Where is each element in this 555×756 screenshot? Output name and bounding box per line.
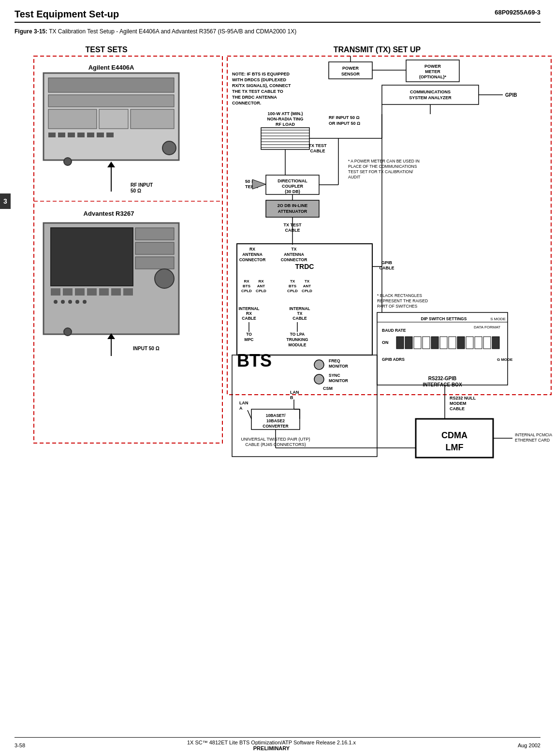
svg-text:METER: METER bbox=[425, 69, 440, 74]
svg-text:ANTENNA: ANTENNA bbox=[242, 252, 263, 257]
svg-text:RX: RX bbox=[246, 311, 252, 316]
svg-rect-8 bbox=[68, 133, 75, 137]
svg-rect-25 bbox=[111, 288, 121, 296]
svg-text:CONNECTOR.: CONNECTOR. bbox=[232, 101, 261, 105]
note-text-line1: NOTE: IF BTS IS EQUIPPED bbox=[232, 72, 290, 76]
svg-point-30 bbox=[68, 300, 72, 304]
svg-text:(OPTIONAL)*: (OPTIONAL)* bbox=[419, 74, 446, 79]
svg-rect-22 bbox=[75, 288, 85, 296]
svg-text:RF LOAD: RF LOAD bbox=[276, 122, 295, 127]
svg-text:PART OF SWITCHES: PART OF SWITCHES bbox=[377, 304, 417, 309]
svg-text:RX: RX bbox=[258, 279, 264, 283]
svg-rect-152 bbox=[414, 337, 421, 349]
footer-product: 1X SC™ 4812ET Lite BTS Optimization/ATP … bbox=[25, 740, 518, 745]
input-50-label: INPUT 50 Ω bbox=[133, 346, 160, 351]
black-rect-note-1: * BLACK RECTANGLES bbox=[377, 293, 422, 298]
svg-text:ATTENUATOR: ATTENUATOR bbox=[278, 209, 307, 214]
svg-text:SENSOR: SENSOR bbox=[341, 72, 360, 76]
svg-text:RF INPUT 50 Ω: RF INPUT 50 Ω bbox=[329, 115, 360, 120]
svg-text:MONITOR: MONITOR bbox=[329, 364, 348, 369]
test-sets-label: TEST SETS bbox=[85, 45, 127, 54]
svg-marker-72 bbox=[252, 179, 266, 189]
svg-text:LAN: LAN bbox=[239, 400, 248, 405]
svg-rect-21 bbox=[63, 288, 73, 296]
svg-point-31 bbox=[75, 300, 79, 304]
svg-point-28 bbox=[54, 300, 58, 304]
svg-text:BTS: BTS bbox=[243, 284, 251, 288]
svg-text:TEST SET FOR TX CALIBRATION/: TEST SET FOR TX CALIBRATION/ bbox=[348, 169, 413, 174]
svg-rect-158 bbox=[466, 337, 473, 349]
svg-text:TX TEST: TX TEST bbox=[308, 143, 327, 148]
rf-input-label: RF INPUT bbox=[131, 182, 153, 188]
svg-rect-0 bbox=[48, 78, 174, 92]
svg-line-131 bbox=[248, 410, 251, 419]
svg-point-5 bbox=[162, 141, 176, 155]
svg-text:S MODE: S MODE bbox=[490, 317, 506, 321]
svg-text:SYSTEM ANALYZER: SYSTEM ANALYZER bbox=[409, 95, 452, 100]
page-footer: 3-58 1X SC™ 4812ET Lite BTS Optimization… bbox=[15, 737, 540, 751]
figure-label: Figure 3-15: bbox=[15, 28, 47, 35]
svg-text:100-W ATT (MIN.): 100-W ATT (MIN.) bbox=[268, 111, 303, 116]
svg-rect-3 bbox=[99, 109, 128, 129]
svg-text:LAN: LAN bbox=[290, 390, 299, 395]
svg-text:PLACE OF THE COMMUNICATIONS: PLACE OF THE COMMUNICATIONS bbox=[348, 164, 417, 169]
svg-rect-2 bbox=[48, 109, 97, 129]
svg-text:CPLD: CPLD bbox=[241, 289, 252, 293]
svg-text:G MODE: G MODE bbox=[497, 357, 513, 362]
svg-text:(30 DB): (30 DB) bbox=[285, 189, 300, 194]
svg-text:TX: TX bbox=[292, 247, 297, 252]
svg-rect-161 bbox=[492, 337, 499, 349]
svg-rect-11 bbox=[97, 133, 104, 137]
bts-big-label: BTS bbox=[237, 351, 272, 371]
svg-text:RS232-GPIB: RS232-GPIB bbox=[428, 376, 456, 381]
page-container: Test Equipment Set-up 68P09255A69-3 Figu… bbox=[0, 0, 555, 756]
svg-text:TX: TX bbox=[297, 311, 303, 316]
gpib-label: GPIB bbox=[505, 92, 517, 98]
svg-text:ANTENNA: ANTENNA bbox=[284, 252, 304, 257]
svg-point-32 bbox=[83, 300, 87, 304]
svg-rect-20 bbox=[51, 288, 60, 296]
svg-text:RX: RX bbox=[249, 247, 255, 252]
svg-text:TX: TX bbox=[305, 279, 310, 283]
svg-text:CPLD: CPLD bbox=[256, 289, 266, 293]
svg-text:MPC: MPC bbox=[245, 337, 254, 342]
svg-text:INTERNAL PCMCIA: INTERNAL PCMCIA bbox=[515, 432, 552, 437]
svg-text:RS232 NULL: RS232 NULL bbox=[450, 396, 476, 400]
svg-rect-24 bbox=[99, 288, 109, 296]
svg-text:A: A bbox=[239, 406, 243, 411]
svg-text:MONITOR: MONITOR bbox=[329, 378, 348, 383]
svg-text:NON-RADIA TING: NON-RADIA TING bbox=[267, 117, 303, 121]
power-meter-note-1: * A POWER METER CAN BE USED IN bbox=[348, 159, 420, 163]
svg-text:CABLE: CABLE bbox=[242, 316, 256, 321]
svg-rect-156 bbox=[449, 337, 456, 349]
svg-text:THE TX TEST CABLE TO: THE TX TEST CABLE TO bbox=[232, 89, 283, 94]
svg-text:SYNC: SYNC bbox=[329, 373, 340, 378]
svg-text:DATA FORMAT: DATA FORMAT bbox=[474, 325, 500, 329]
svg-rect-16 bbox=[51, 228, 133, 286]
svg-text:POWER: POWER bbox=[424, 64, 441, 69]
svg-text:GPIB ADRS: GPIB ADRS bbox=[382, 357, 405, 362]
svg-text:BAUD RATE: BAUD RATE bbox=[382, 328, 406, 333]
svg-text:CPLD: CPLD bbox=[302, 289, 312, 293]
footer-center: 1X SC™ 4812ET Lite BTS Optimization/ATP … bbox=[25, 740, 518, 751]
svg-text:TX: TX bbox=[290, 279, 295, 283]
svg-rect-19 bbox=[135, 257, 174, 269]
svg-rect-160 bbox=[483, 337, 491, 349]
svg-rect-159 bbox=[475, 337, 482, 349]
svg-text:INTERFACE BOX: INTERFACE BOX bbox=[423, 382, 462, 387]
svg-text:CONNECTOR: CONNECTOR bbox=[239, 257, 266, 262]
svg-text:ANT: ANT bbox=[303, 284, 311, 288]
trdc-label: TRDC bbox=[295, 263, 314, 270]
main-diagram: TEST SETS TRANSMIT (TX) SET UP Agilent E… bbox=[29, 42, 555, 656]
svg-rect-26 bbox=[123, 288, 133, 296]
svg-text:CONNECTOR: CONNECTOR bbox=[281, 257, 307, 262]
svg-text:ANT: ANT bbox=[257, 284, 265, 288]
svg-text:DIRECTIONAL: DIRECTIONAL bbox=[278, 178, 307, 183]
svg-text:OR INPUT 50 Ω: OR INPUT 50 Ω bbox=[329, 121, 360, 126]
svg-rect-12 bbox=[106, 133, 114, 137]
svg-point-27 bbox=[155, 269, 174, 288]
svg-text:TO LPA: TO LPA bbox=[290, 332, 305, 337]
svg-text:MODULE: MODULE bbox=[289, 342, 307, 347]
svg-text:CDMA: CDMA bbox=[441, 430, 467, 440]
svg-rect-155 bbox=[440, 337, 447, 349]
